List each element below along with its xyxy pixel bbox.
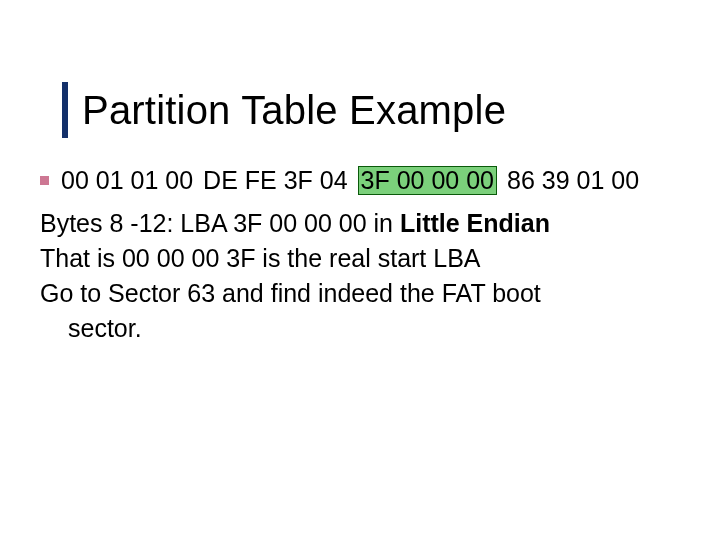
line-1-text: Bytes 8 -12: LBA 3F 00 00 00 in [40,209,400,237]
hex-group-1: 00 01 01 00 [61,164,193,197]
body-content: 00 01 01 00 DE FE 3F 04 3F 00 00 00 86 3… [40,164,680,347]
page-title: Partition Table Example [82,88,506,133]
line-1: Bytes 8 -12: LBA 3F 00 00 00 in Little E… [40,207,680,240]
hex-group-4: 86 39 01 00 [507,164,639,197]
line-3: Go to Sector 63 and find indeed the FAT … [40,277,680,310]
slide: Partition Table Example 00 01 01 00 DE F… [0,0,720,540]
line-4: sector. [40,312,680,345]
line-2: That is 00 00 00 3F is the real start LB… [40,242,680,275]
hex-bytes-line: 00 01 01 00 DE FE 3F 04 3F 00 00 00 86 3… [40,164,680,197]
hex-group-2: DE FE 3F 04 [203,164,348,197]
hex-highlight: 3F 00 00 00 [358,166,497,194]
accent-bar-icon [62,82,68,138]
explanation-paragraph: Bytes 8 -12: LBA 3F 00 00 00 in Little E… [40,207,680,345]
bullet-icon [40,176,49,185]
line-1-bold: Little Endian [400,209,550,237]
title-row: Partition Table Example [62,82,690,138]
